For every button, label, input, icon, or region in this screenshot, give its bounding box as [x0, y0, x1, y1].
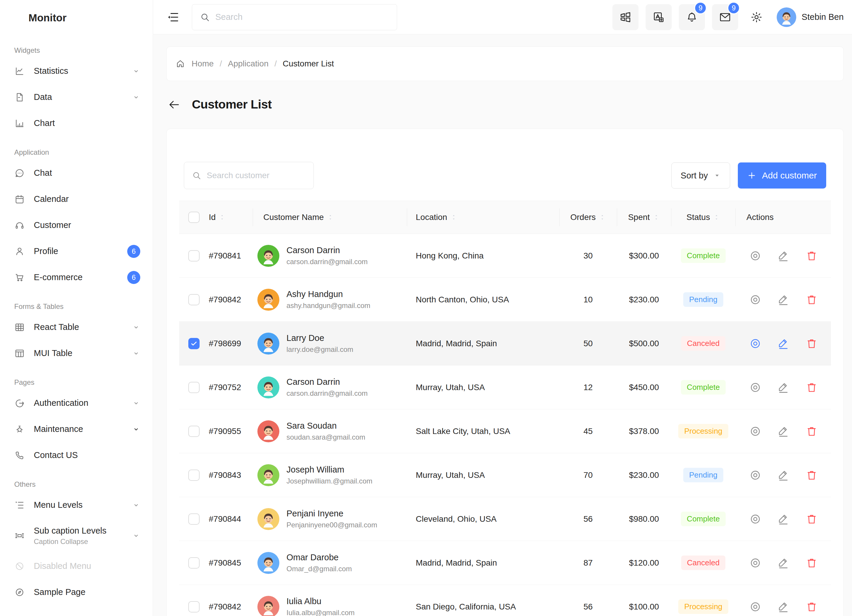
select-all-checkbox[interactable]	[188, 212, 199, 223]
sidebar-item-menu-levels[interactable]: Menu Levels	[0, 492, 153, 518]
status-cell: Complete	[671, 497, 736, 541]
sidebar-collapse-button[interactable]	[166, 9, 182, 25]
edit-button[interactable]	[777, 469, 790, 482]
customer-email: Iulia.albu@gmail.com	[287, 608, 355, 616]
customer-cell: Penjani InyenePenjaninyene00@gmail.com	[253, 497, 407, 541]
delete-button[interactable]	[805, 513, 818, 525]
sidebar-item-mui-table[interactable]: MUI Table	[0, 340, 153, 366]
view-button[interactable]	[749, 381, 761, 394]
sidebar-item-statistics[interactable]: Statistics	[0, 58, 153, 84]
breadcrumb-item-application[interactable]: Application	[228, 59, 268, 68]
sidebar-item-react-table[interactable]: React Table	[0, 314, 153, 340]
page-title: Customer List	[192, 98, 272, 112]
column-header-customer-name[interactable]: Customer Name	[253, 201, 407, 234]
user-profile[interactable]: Stebin Ben	[776, 8, 844, 27]
actions-cell	[736, 278, 832, 322]
messages-button[interactable]: 9	[712, 4, 738, 30]
customer-location: San Diego, California, USA	[407, 585, 559, 616]
view-button[interactable]	[749, 601, 761, 613]
sort-by-dropdown[interactable]: Sort by	[671, 162, 730, 189]
delete-button[interactable]	[805, 425, 818, 438]
sidebar-item-authentication[interactable]: Authentication	[0, 390, 153, 416]
sidebar-item-maintenance[interactable]: Maintenance	[0, 416, 153, 442]
row-checkbox[interactable]	[188, 250, 199, 261]
delete-button[interactable]	[805, 337, 818, 350]
topbar-actions: 9 9 Stebin Ben	[612, 4, 844, 30]
actions-cell	[736, 497, 832, 541]
breadcrumb-separator: /	[220, 59, 222, 68]
row-checkbox[interactable]	[188, 557, 199, 569]
column-header-status[interactable]: Status	[671, 201, 736, 234]
edit-button[interactable]	[777, 293, 790, 306]
sidebar-item-e-commerce[interactable]: E-commerce6	[0, 264, 153, 290]
sidebar-item-profile[interactable]: Profile6	[0, 239, 153, 264]
row-checkbox[interactable]	[188, 338, 199, 349]
translate-button[interactable]	[646, 4, 672, 30]
view-button[interactable]	[749, 557, 761, 569]
view-button[interactable]	[749, 337, 761, 350]
row-checkbox[interactable]	[188, 470, 199, 481]
delete-button[interactable]	[805, 601, 818, 613]
settings-button[interactable]	[745, 4, 768, 30]
sidebar-item-contact-us[interactable]: Contact US	[0, 442, 153, 468]
row-checkbox[interactable]	[188, 382, 199, 393]
edit-button[interactable]	[777, 425, 790, 438]
sidebar-item-title: Contact US	[34, 450, 78, 460]
row-select-cell	[179, 497, 209, 541]
sidebar-item-label: MUI Table	[34, 348, 73, 358]
column-header-spent[interactable]: Spent	[617, 201, 671, 234]
view-button[interactable]	[749, 513, 761, 525]
sidebar-nav: WidgetsStatisticsDataChartApplicationCha…	[0, 46, 153, 605]
customer-cell: Carson Darrincarson.darrin@gmail.com	[253, 234, 407, 278]
edit-button[interactable]	[777, 337, 790, 350]
chevron-down-icon	[132, 93, 140, 101]
column-header-label: Spent	[628, 213, 650, 222]
home-icon	[175, 59, 185, 68]
global-search-input[interactable]	[215, 12, 389, 22]
breadcrumb-item-home[interactable]: Home	[192, 59, 214, 68]
view-button[interactable]	[749, 469, 761, 482]
row-checkbox[interactable]	[188, 601, 199, 613]
delete-button[interactable]	[805, 557, 818, 569]
view-button[interactable]	[749, 250, 761, 262]
edit-button[interactable]	[777, 513, 790, 525]
column-header-orders[interactable]: Orders	[559, 201, 617, 234]
view-button[interactable]	[749, 293, 761, 306]
row-select-cell	[179, 453, 209, 497]
edit-button[interactable]	[777, 601, 790, 613]
edit-button[interactable]	[777, 250, 790, 262]
delete-button[interactable]	[805, 381, 818, 394]
column-header-label: Orders	[570, 213, 596, 222]
edit-button[interactable]	[777, 557, 790, 569]
sidebar-item-customer[interactable]: Customer	[0, 212, 153, 239]
gear-icon	[750, 11, 763, 23]
trash-icon	[805, 293, 818, 306]
sidebar-item-sample-page[interactable]: Sample Page	[0, 579, 153, 605]
notifications-button[interactable]: 9	[679, 4, 705, 30]
sidebar-item-chart[interactable]: Chart	[0, 110, 153, 136]
delete-button[interactable]	[805, 293, 818, 306]
edit-button[interactable]	[777, 381, 790, 394]
delete-button[interactable]	[805, 469, 818, 482]
customer-cell: Larry Doelarry.doe@gmail.com	[253, 322, 407, 365]
apps-button[interactable]	[612, 4, 639, 30]
column-header-location[interactable]: Location	[407, 201, 559, 234]
status-badge: Complete	[681, 512, 726, 526]
row-checkbox[interactable]	[188, 513, 199, 525]
back-button[interactable]	[168, 98, 181, 112]
view-button[interactable]	[749, 425, 761, 438]
sidebar-item-title: Disabled Menu	[34, 561, 91, 571]
delete-button[interactable]	[805, 250, 818, 262]
column-header-id[interactable]: Id	[209, 201, 253, 234]
sidebar-item-chat[interactable]: Chat	[0, 160, 153, 186]
customer-search-input[interactable]	[207, 171, 314, 180]
sidebar-item-calendar[interactable]: Calendar	[0, 186, 153, 212]
messages-badge: 9	[727, 2, 740, 14]
column-header-label: Status	[687, 213, 710, 222]
sidebar-item-sub-caption-levels[interactable]: Sub caption LevelsCaption Collapse	[0, 518, 153, 553]
sidebar-item-data[interactable]: Data	[0, 84, 153, 110]
trash-icon	[805, 381, 818, 394]
row-checkbox[interactable]	[188, 294, 199, 305]
add-customer-button[interactable]: Add customer	[738, 162, 826, 189]
row-checkbox[interactable]	[188, 426, 199, 437]
